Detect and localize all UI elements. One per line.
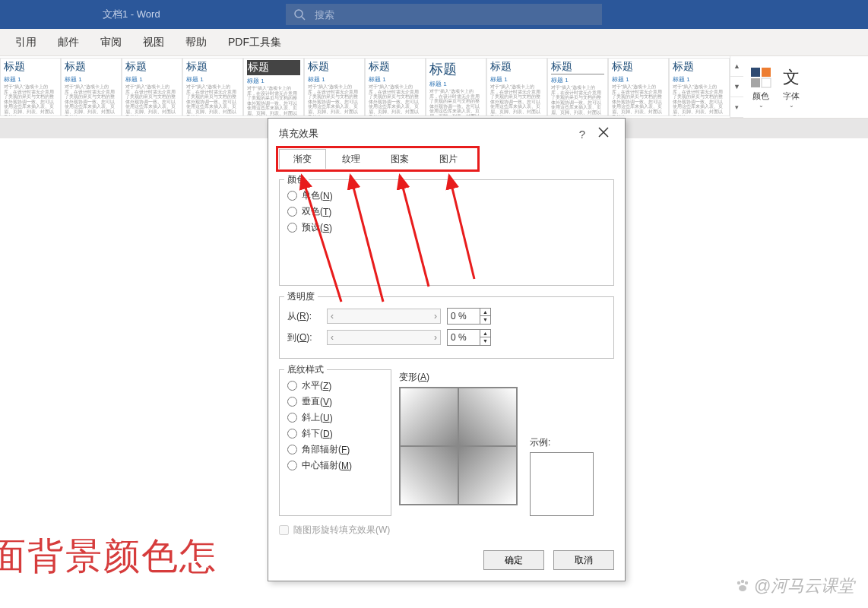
svg-point-0 [295,10,303,17]
background-heading-text: 面背景颜色怎 [0,532,217,581]
rotate-checkbox-input[interactable] [279,525,289,535]
svg-line-1 [302,17,305,20]
gallery-more-icon[interactable]: ▾ [730,97,743,118]
to-label: 到(O): [287,331,321,344]
style-card[interactable]: 标题标题 1对于"插入"选项卡上的库，在设计时需无介意用了美观的采页与文档的整体… [365,58,426,116]
spin-down-icon[interactable]: ▼ [480,337,490,345]
style-card[interactable]: 标题标题 1对于"插入"选项卡上的库，在设计时需无介意用了美观的采页与文档的整体… [182,58,243,116]
sample-label: 示例: [530,436,594,449]
style-card[interactable]: 标题标题 1对于"插入"选项卡上的库，在设计时需无介意用了美观的采页与文档的整体… [547,58,608,116]
radio-one-color[interactable]: 单色(N) [287,189,606,202]
search-input[interactable] [315,9,442,21]
from-slider[interactable]: ‹› [327,309,441,324]
ribbon-tab-references[interactable]: 引用 [5,29,47,56]
ribbon-tab-view[interactable]: 视图 [132,29,175,56]
style-card[interactable]: 标题标题 1对于"插入"选项卡上的库，在设计时需无介意用了美观的采页与文档的整体… [486,58,547,116]
svg-rect-4 [751,78,760,87]
shading-legend: 底纹样式 [284,363,327,376]
chevron-down-icon: ⌄ [789,102,794,109]
radio-horizontal[interactable]: 水平(Z) [287,379,383,392]
svg-point-14 [737,581,740,584]
dialog-title: 填充效果 [279,127,572,141]
style-card[interactable]: 标题标题 1对于"插入"选项卡上的库，在设计时需无介意用了美观的采页与文档的整体… [608,58,669,116]
variant-option[interactable] [458,388,517,446]
tab-gradient[interactable]: 渐变 [279,149,326,169]
close-icon [598,127,609,138]
sample-preview [530,452,594,516]
radio-diag-down[interactable]: 斜下(D) [287,427,383,440]
title-bar: 文档1 - Word [0,0,868,29]
gallery-scroll: ▲ ▼ ▾ [730,56,743,118]
dialog-close-button[interactable] [593,127,614,141]
transparency-legend: 透明度 [284,290,318,303]
variant-option[interactable] [458,446,517,505]
radio-center[interactable]: 中心辐射(M) [287,459,383,472]
shading-group: 底纹样式 水平(Z) 垂直(V) 斜上(U) 斜下(D) 角部辐射(F) 中心辐… [279,369,391,516]
colors-button[interactable]: 颜色 ⌄ [749,66,772,109]
style-card[interactable]: 标题标题 1对于"插入"选项卡上的库，在设计时需无介意用了美观的采页与文档的整体… [243,58,304,116]
tab-pattern[interactable]: 图案 [376,149,423,169]
document-title: 文档1 - Word [0,8,160,21]
style-card[interactable]: 标题标题 1对于"插入"选项卡上的库，在设计时需无介意用了美观的采页与文档的整体… [304,58,365,116]
spin-up-icon[interactable]: ▲ [480,330,490,337]
gallery-down-icon[interactable]: ▼ [730,77,743,97]
gallery-up-icon[interactable]: ▲ [730,56,743,77]
radio-diag-up[interactable]: 斜上(U) [287,411,383,424]
variant-option[interactable] [400,446,458,505]
cancel-button[interactable]: 取消 [553,550,614,570]
dialog-help-button[interactable]: ? [572,128,593,141]
ribbon-tab-help[interactable]: 帮助 [175,29,217,56]
ribbon-tabs: 引用 邮件 审阅 视图 帮助 PDF工具集 [0,29,868,56]
svg-rect-5 [762,78,771,87]
search-icon [293,8,306,21]
tab-picture[interactable]: 图片 [425,149,472,169]
spin-up-icon[interactable]: ▲ [480,309,490,316]
style-card[interactable]: 标题标题 1对于"插入"选项卡上的库，在设计时需无介意用了美观的采页与文档的整体… [426,58,486,116]
rotate-checkbox[interactable]: 随图形旋转填充效果(W) [279,524,614,537]
radio-preset[interactable]: 预设(S) [287,221,606,234]
from-label: 从(R): [287,310,321,323]
radio-two-color[interactable]: 双色(T) [287,205,606,218]
variant-grid[interactable] [399,387,518,505]
colors-label: 颜色 [752,90,769,102]
colors-icon [749,66,772,89]
radio-vertical[interactable]: 垂直(V) [287,395,383,408]
ribbon-tab-mailings[interactable]: 邮件 [47,29,90,56]
bottom-row: 底纹样式 水平(Z) 垂直(V) 斜上(U) 斜下(D) 角部辐射(F) 中心辐… [279,369,614,516]
style-gallery: 标题标题 1对于"插入"选项卡上的库，在设计时需无介意用了美观的采页与文档的整体… [0,56,868,119]
to-spinner[interactable]: 0 %▲▼ [447,329,491,346]
style-card[interactable]: 标题标题 1对于"插入"选项卡上的库，在设计时需无介意用了美观的采页与文档的整体… [61,58,122,116]
dialog-buttons: 确定 取消 [268,537,625,581]
dialog-titlebar: 填充效果 ? [268,119,625,149]
search-box[interactable] [286,4,602,25]
ribbon-tab-pdf[interactable]: PDF工具集 [217,29,292,56]
style-card[interactable]: 标题标题 1对于"插入"选项卡上的库，在设计时需无介意用了美观的采页与文档的整体… [122,58,182,116]
chevron-down-icon: ⌄ [759,102,764,109]
variant-option[interactable] [400,388,458,446]
svg-rect-2 [751,68,760,77]
paw-icon [734,578,751,594]
ok-button[interactable]: 确定 [483,550,544,570]
transparency-group: 透明度 从(R): ‹› 0 %▲▼ 到(O): ‹› 0 %▲▼ [279,296,614,359]
svg-point-16 [744,581,747,584]
rotate-label: 随图形旋转填充效果(W) [293,524,390,537]
to-slider[interactable]: ‹› [327,330,441,345]
side-tools: 颜色 ⌄ 文 字体 ⌄ [743,56,809,118]
style-card[interactable]: 标题标题 1对于"插入"选项卡上的库，在设计时需无介意用了美观的采页与文档的整体… [0,58,61,116]
dialog-tabs: 渐变 纹理 图案 图片 [268,149,625,169]
sample-group: 示例: [530,369,594,516]
fonts-icon: 文 [780,66,803,89]
spin-down-icon[interactable]: ▼ [480,316,490,324]
color-group: 颜色 单色(N) 双色(T) 预设(S) [279,179,614,286]
style-card[interactable]: 标题标题 1对于"插入"选项卡上的库，在设计时需无介意用了美观的采页与文档的整体… [669,58,730,116]
fonts-button[interactable]: 文 字体 ⌄ [780,66,803,109]
color-legend: 颜色 [284,173,309,186]
from-spinner[interactable]: 0 %▲▼ [447,308,491,325]
svg-rect-3 [762,68,771,77]
variant-group: 变形(A) [399,369,518,516]
fonts-label: 字体 [783,90,800,102]
ribbon-tab-review[interactable]: 审阅 [90,29,132,56]
fill-effects-dialog: 填充效果 ? 渐变 纹理 图案 图片 颜色 单色(N) 双色(T) 预设(S) … [268,118,626,581]
radio-corner[interactable]: 角部辐射(F) [287,443,383,456]
tab-texture[interactable]: 纹理 [328,149,375,169]
